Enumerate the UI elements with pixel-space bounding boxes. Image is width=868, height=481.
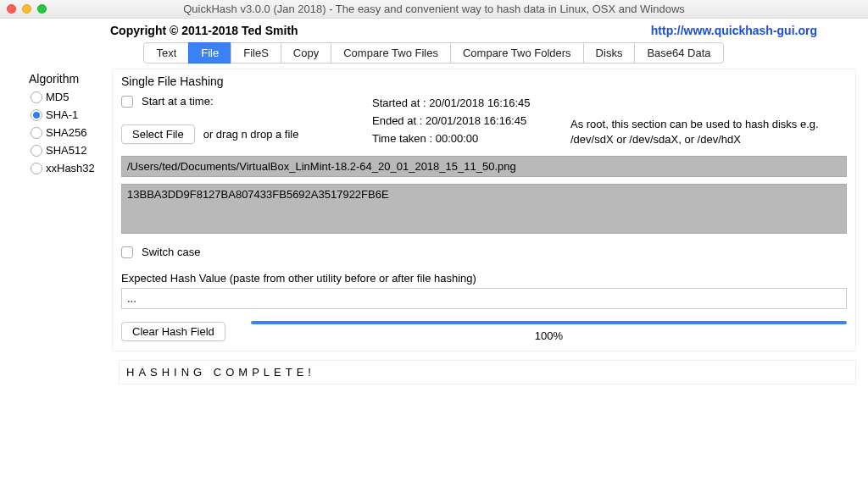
algo-label: SHA-1 xyxy=(46,108,78,121)
radio-icon xyxy=(31,127,42,139)
drag-hint: or drag n drop a file xyxy=(203,128,299,141)
tab-bar: Text File FileS Copy Compare Two Files C… xyxy=(0,42,868,64)
algo-label: SHA512 xyxy=(46,144,86,157)
tab-text[interactable]: Text xyxy=(143,42,189,64)
checkbox-icon xyxy=(121,96,133,108)
radio-icon xyxy=(31,109,42,121)
website-link[interactable]: http://www.quickhash-gui.org xyxy=(651,24,817,37)
main-area: Algorithm MD5 SHA-1 SHA256 SHA512 xxHash… xyxy=(0,69,868,351)
algorithm-sidebar: Algorithm MD5 SHA-1 SHA256 SHA512 xxHash… xyxy=(12,69,105,351)
started-value: 20/01/2018 16:16:45 xyxy=(429,97,530,109)
select-file-button[interactable]: Select File xyxy=(121,124,195,144)
started-label: Started at : xyxy=(372,97,426,109)
expected-hash-label: Expected Hash Value (paste from other ut… xyxy=(121,272,847,285)
hash-output[interactable]: 13BBA3DD9F8127BA807433FB5692A3517922FB6E xyxy=(121,184,847,234)
radio-icon xyxy=(31,91,42,103)
header: Copyright © 2011-2018 Ted Smith http://w… xyxy=(0,19,868,41)
algo-label: xxHash32 xyxy=(46,162,95,174)
algo-xxhash32[interactable]: xxHash32 xyxy=(31,162,105,174)
time-taken-label: Time taken : xyxy=(372,132,432,145)
algo-sha1[interactable]: SHA-1 xyxy=(31,108,105,121)
clear-hash-button[interactable]: Clear Hash Field xyxy=(121,322,225,341)
sidebar-title: Algorithm xyxy=(29,72,105,86)
switch-case[interactable]: Switch case xyxy=(121,246,847,258)
checkbox-icon xyxy=(121,246,133,258)
algo-sha512[interactable]: SHA512 xyxy=(31,144,105,157)
time-taken-value: 00:00:00 xyxy=(436,132,479,145)
progress: 100% xyxy=(251,321,847,342)
start-at-time[interactable]: Start at a time: xyxy=(121,95,333,108)
ended-value: 20/01/2018 16:16:45 xyxy=(426,114,526,127)
tab-files[interactable]: FileS xyxy=(231,42,281,64)
algo-sha256[interactable]: SHA256 xyxy=(31,126,105,139)
switch-case-label: Switch case xyxy=(142,246,200,258)
algo-label: SHA256 xyxy=(46,126,86,139)
root-note: As root, this section can be used to has… xyxy=(570,117,859,147)
tab-compare-files[interactable]: Compare Two Files xyxy=(331,42,451,64)
start-at-label: Start at a time: xyxy=(142,95,214,108)
file-panel: Single File Hashing Start at a time: Sel… xyxy=(112,69,856,351)
radio-icon xyxy=(31,163,42,174)
tab-disks[interactable]: Disks xyxy=(583,42,636,64)
file-path-display[interactable]: /Users/ted/Documents/VirtualBox_LinMint-… xyxy=(121,156,847,177)
timing-info: Started at : 20/01/2018 16:16:45 Ended a… xyxy=(372,95,531,147)
progress-percent: 100% xyxy=(251,329,847,342)
algo-md5[interactable]: MD5 xyxy=(31,91,105,103)
status-bar: HASHING COMPLETE! xyxy=(119,360,856,384)
tab-file[interactable]: File xyxy=(188,42,231,64)
expected-hash-input[interactable] xyxy=(121,288,847,309)
ended-label: Ended at : xyxy=(372,114,422,127)
progress-bar xyxy=(251,321,847,324)
tab-base64[interactable]: Base64 Data xyxy=(634,42,723,64)
radio-icon xyxy=(31,145,42,157)
titlebar: QuickHash v3.0.0 (Jan 2018) - The easy a… xyxy=(0,0,868,19)
copyright-text: Copyright © 2011-2018 Ted Smith xyxy=(110,24,298,37)
tab-copy[interactable]: Copy xyxy=(281,42,331,64)
panel-title: Single File Hashing xyxy=(121,75,847,88)
tab-compare-folders[interactable]: Compare Two Folders xyxy=(450,42,584,64)
window-title: QuickHash v3.0.0 (Jan 2018) - The easy a… xyxy=(0,3,868,15)
algo-label: MD5 xyxy=(46,91,69,103)
